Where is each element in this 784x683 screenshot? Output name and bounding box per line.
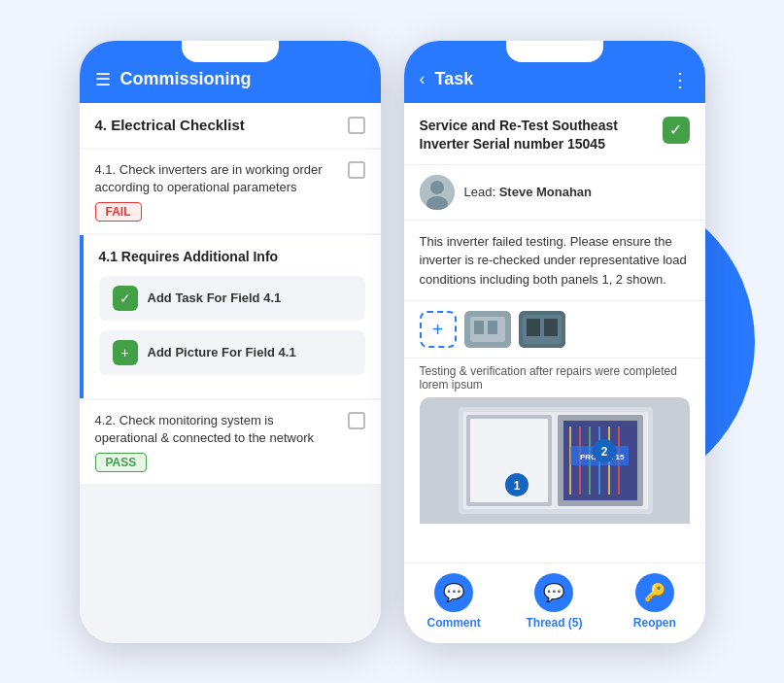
hamburger-icon[interactable]: ☰ <box>95 69 111 90</box>
lead-text: Lead: Steve Monahan <box>464 185 593 199</box>
notch-left <box>182 41 279 62</box>
expanded-card-title: 4.1 Requires Additional Info <box>99 249 365 264</box>
phone-right: ‹ Task ⋮ Service and Re-Test Southeast I… <box>404 41 705 643</box>
section-header: 4. Electrical Checklist <box>80 103 381 148</box>
expanded-card: 4.1 Requires Additional Info ✓ Add Task … <box>80 235 381 398</box>
section-title: 4. Electrical Checklist <box>95 117 245 133</box>
left-content: 4. Electrical Checklist 4.1. Check inver… <box>80 103 381 643</box>
plus-icon: + <box>113 340 138 365</box>
right-header-title: Task <box>435 69 661 89</box>
comment-button[interactable]: 💬 Comment <box>420 573 488 630</box>
task-title-row: Service and Re-Test Southeast Inverter S… <box>404 103 705 165</box>
photo-caption: Testing & verification after repairs wer… <box>404 359 705 397</box>
check-icon: ✓ <box>113 286 138 311</box>
thread-label: Thread (5) <box>526 616 582 630</box>
lead-row: Lead: Steve Monahan <box>404 165 705 221</box>
task-title: Service and Re-Test Southeast Inverter S… <box>420 117 655 154</box>
photo-thumb-2[interactable] <box>519 311 565 348</box>
thread-icon: 💬 <box>534 573 573 612</box>
svg-rect-6 <box>488 321 497 334</box>
item1-checkbox[interactable] <box>348 161 365 179</box>
back-button[interactable]: ‹ <box>420 69 426 89</box>
add-task-label: Add Task For Field 4.1 <box>148 290 282 305</box>
checklist-item-2: 4.2. Check monitoring system is operatio… <box>80 400 381 484</box>
svg-text:2: 2 <box>600 445 607 459</box>
photo-thumb-1[interactable] <box>464 311 511 348</box>
item2-checkbox[interactable] <box>348 412 365 429</box>
notch-right <box>506 41 603 62</box>
task-check-icon[interactable]: ✓ <box>663 117 690 144</box>
thread-button[interactable]: 💬 Thread (5) <box>520 573 588 630</box>
checklist-item-1-text: 4.1. Check inverters are in working orde… <box>95 161 336 196</box>
svg-rect-5 <box>474 321 484 334</box>
main-photo: PROSUR 15 1 2 <box>420 397 690 562</box>
reopen-icon: 🔑 <box>635 573 674 612</box>
comment-label: Comment <box>426 616 480 630</box>
svg-rect-9 <box>527 319 540 336</box>
svg-text:1: 1 <box>513 479 520 493</box>
pass-badge: PASS <box>95 453 148 472</box>
right-content: Service and Re-Test Southeast Inverter S… <box>404 103 705 643</box>
svg-point-1 <box>430 181 444 194</box>
add-picture-button[interactable]: + Add Picture For Field 4.1 <box>99 330 365 375</box>
reopen-label: Reopen <box>633 616 676 630</box>
task-description: This inverter failed testing. Please ens… <box>404 221 705 302</box>
bottom-bar: 💬 Comment 💬 Thread (5) 🔑 Reopen <box>404 563 705 643</box>
fail-badge: FAIL <box>95 202 142 222</box>
add-picture-label: Add Picture For Field 4.1 <box>148 345 296 359</box>
more-icon[interactable]: ⋮ <box>670 68 690 91</box>
section-checkbox[interactable] <box>348 117 365 134</box>
add-task-button[interactable]: ✓ Add Task For Field 4.1 <box>99 276 365 321</box>
svg-rect-10 <box>544 319 558 336</box>
checklist-item-2-text: 4.2. Check monitoring system is operatio… <box>95 412 336 447</box>
add-photo-button[interactable]: + <box>420 311 457 348</box>
phones-container: ☰ Commissioning 4. Electrical Checklist … <box>80 41 705 643</box>
phone-left: ☰ Commissioning 4. Electrical Checklist … <box>80 41 381 643</box>
lead-label: Lead: <box>464 185 496 199</box>
photos-row: + <box>404 301 705 359</box>
avatar <box>420 175 455 210</box>
lead-name: Steve Monahan <box>499 185 592 199</box>
reopen-button[interactable]: 🔑 Reopen <box>621 573 689 630</box>
comment-icon: 💬 <box>434 573 473 612</box>
checklist-item-1: 4.1. Check inverters are in working orde… <box>80 150 381 233</box>
left-header-title: Commissioning <box>120 69 365 89</box>
